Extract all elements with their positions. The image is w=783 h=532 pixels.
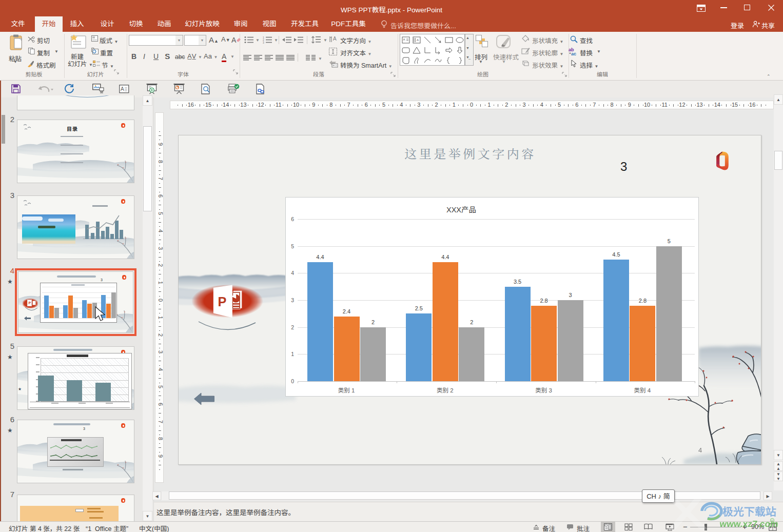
svg-text:A: A xyxy=(231,36,237,44)
svg-text:www.xz7.com: www.xz7.com xyxy=(719,519,779,529)
svg-text:A: A xyxy=(333,36,337,42)
svg-text:极光下载站: 极光下载站 xyxy=(722,503,776,519)
svg-text:A: A xyxy=(403,38,405,41)
svg-text:A: A xyxy=(121,86,124,92)
svg-text:A: A xyxy=(417,38,419,42)
svg-text:ac: ac xyxy=(571,51,576,56)
svg-text:3: 3 xyxy=(263,41,264,44)
svg-text:P: P xyxy=(218,294,227,309)
svg-text:R: R xyxy=(771,519,773,522)
